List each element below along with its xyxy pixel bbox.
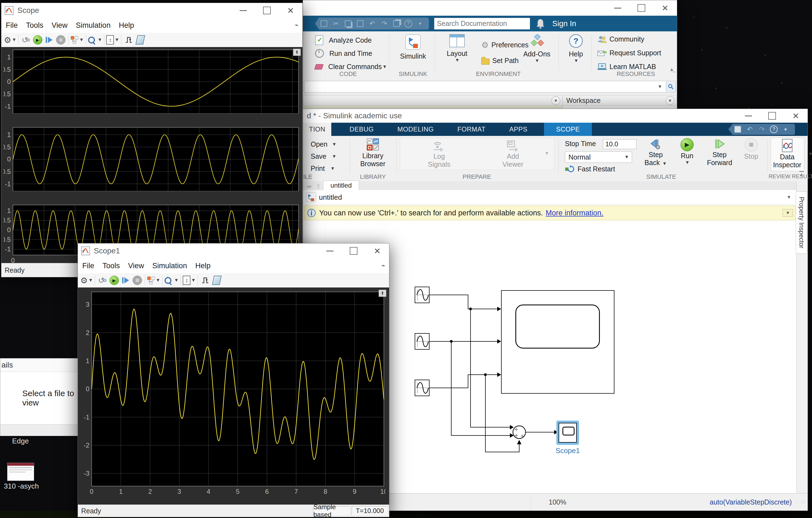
switch-windows-icon[interactable] <box>393 20 401 27</box>
save-icon[interactable] <box>320 20 328 27</box>
undock-icon[interactable]: ⬆ <box>293 49 301 56</box>
copy-icon[interactable] <box>344 20 352 27</box>
fit-to-view-icon[interactable]: ↕▼ <box>106 34 119 45</box>
collapse-ribbon-icon[interactable]: ▲̲ <box>669 67 674 72</box>
scope1-close-button[interactable]: ✕ <box>366 243 389 258</box>
help-button[interactable]: ? Help ▼ <box>562 34 590 64</box>
zoom-icon[interactable]: ▼ <box>88 34 103 45</box>
menu-item[interactable]: Simulation <box>152 262 187 270</box>
desktop-label-document[interactable]: 310 -asych <box>4 482 39 490</box>
menu-item[interactable]: View <box>128 262 144 270</box>
redo-icon[interactable]: ↷ <box>758 126 766 133</box>
scope1-minimize-button[interactable] <box>318 243 342 258</box>
log-signals-button[interactable]: Log Signals <box>418 140 460 169</box>
scope-maximize-button[interactable] <box>255 3 279 18</box>
tab-scope[interactable]: SCOPE <box>544 123 592 136</box>
matlab-close-button[interactable]: ✕ <box>653 0 677 16</box>
sine-wave-block-2[interactable] <box>415 333 430 349</box>
run-and-time-button[interactable]: Run and Time <box>315 49 372 58</box>
simulation-mode-select[interactable]: Normal▼ <box>565 151 632 163</box>
simulink-titlebar[interactable]: d * - Simulink academic use ✕ <box>303 109 808 123</box>
stop-button[interactable]: Stop <box>739 138 763 160</box>
sine-wave-block-3[interactable] <box>415 379 430 396</box>
menu-overflow-icon[interactable]: ⌁ <box>381 262 385 269</box>
files-panel-header[interactable]: ▼ <box>303 95 563 106</box>
notification-dropdown-icon[interactable]: ▼ <box>783 209 793 217</box>
matlab-titlebar[interactable]: ✕ <box>303 0 677 16</box>
undock-icon[interactable]: ⬆ <box>379 290 386 297</box>
documentation-search[interactable] <box>434 18 530 30</box>
step-forward-icon[interactable] <box>44 34 55 45</box>
nav-up-icon[interactable]: ⇧ <box>316 183 321 190</box>
community-button[interactable]: Community <box>598 35 644 43</box>
review-results-dropdown-icon[interactable]: ▼ <box>808 151 812 157</box>
print-button[interactable]: Print▼ <box>311 164 335 173</box>
request-support-button[interactable]: Request Support <box>598 49 661 57</box>
tab-simulation[interactable]: TION <box>303 123 331 136</box>
solver-status[interactable]: auto(VariableStepDiscrete) <box>709 498 792 506</box>
settings-gear-icon[interactable]: ⚙▼ <box>4 34 17 45</box>
matlab-minimize-button[interactable] <box>606 0 630 16</box>
notifications-bell-icon[interactable] <box>536 18 545 29</box>
step-back-icon[interactable]: ↺⚙ <box>21 34 32 45</box>
layout-button[interactable]: Layout ▼ <box>440 34 473 63</box>
breadcrumb-dropdown-icon[interactable]: ▼ <box>787 195 791 200</box>
add-viewer-button[interactable]: Add Viewer <box>492 140 533 169</box>
menu-overflow-icon[interactable]: ⌁ <box>295 21 298 29</box>
learn-matlab-button[interactable]: Learn MATLAB <box>598 63 656 71</box>
step-forward-button[interactable]: Step Forward <box>703 138 735 167</box>
quick-access-dropdown-icon[interactable]: ▼ <box>781 126 790 133</box>
menu-item[interactable]: Tools <box>26 21 44 30</box>
sign-in-link[interactable]: Sign In <box>552 19 576 28</box>
document-thumbnail[interactable] <box>7 463 34 481</box>
tab-apps[interactable]: APPS <box>501 123 536 136</box>
save-model-button[interactable]: Save▼ <box>311 152 337 160</box>
matlab-maximize-button[interactable] <box>630 0 653 16</box>
stop-icon[interactable] <box>132 275 143 286</box>
measurements-icon[interactable] <box>135 34 146 45</box>
scope1-titlebar[interactable]: Scope1 ✕ <box>78 243 389 258</box>
folder-search-icon[interactable] <box>666 82 675 92</box>
menu-item[interactable]: View <box>52 21 68 30</box>
save-icon[interactable] <box>733 126 742 133</box>
desktop-label-edge[interactable]: Edge <box>12 437 29 446</box>
stop-time-input[interactable] <box>603 139 636 149</box>
resize-grip[interactable]: ∷ <box>802 499 805 505</box>
settings-gear-icon[interactable]: ⚙▼ <box>80 275 93 286</box>
simulink-minimize-button[interactable] <box>736 109 760 123</box>
undo-icon[interactable]: ↶ <box>746 126 754 133</box>
library-browser-button[interactable]: Library Browser <box>354 138 392 168</box>
clear-commands-button[interactable]: Clear Commands ▼ <box>315 63 387 71</box>
scope-minimize-button[interactable] <box>231 3 255 18</box>
add-ons-button[interactable]: Add-Ons ▼ <box>520 34 553 64</box>
redo-icon[interactable]: ↷ <box>380 20 388 27</box>
prepare-dropdown-icon[interactable]: ▼ <box>545 151 549 156</box>
tab-modeling[interactable]: MODELING <box>389 123 442 136</box>
simulink-maximize-button[interactable] <box>760 109 784 123</box>
step-back-icon[interactable]: ↺⚙ <box>97 275 108 286</box>
search-input[interactable] <box>434 20 528 28</box>
signal-selector-icon[interactable]: ▼ <box>147 275 161 286</box>
tab-debug[interactable]: DEBUG <box>341 123 382 136</box>
signal-selector-icon[interactable]: ▼ <box>70 34 84 45</box>
fast-restart-toggle[interactable]: Fast Restart <box>565 165 615 173</box>
fit-to-view-icon[interactable]: ↕▼ <box>183 275 196 286</box>
menu-item[interactable]: Simulation <box>76 21 111 30</box>
open-button[interactable]: Open▼ <box>311 140 337 148</box>
scope-close-button[interactable]: ✕ <box>279 3 302 18</box>
cut-icon[interactable]: ✂ <box>332 20 340 27</box>
trigger-icon[interactable] <box>123 34 134 45</box>
analyze-code-button[interactable]: Analyze Code <box>315 35 372 45</box>
menu-item[interactable]: Help <box>119 21 134 30</box>
workspace-panel-header[interactable]: Workspace ▼ <box>563 95 677 106</box>
menu-item[interactable]: File <box>82 262 94 270</box>
nav-forward-icon[interactable]: ➦ <box>307 183 312 190</box>
trigger-icon[interactable] <box>200 275 211 286</box>
help-icon[interactable]: ? <box>405 20 412 28</box>
run-button[interactable]: ▶ Run ▼ <box>674 138 700 165</box>
scope-titlebar[interactable]: Scope ✕ <box>1 3 302 18</box>
paste-icon[interactable] <box>356 20 364 27</box>
workspace-menu-icon[interactable]: ▼ <box>666 96 674 105</box>
breadcrumb-model-name[interactable]: untitled <box>319 193 342 202</box>
scope1-block[interactable] <box>558 423 577 443</box>
